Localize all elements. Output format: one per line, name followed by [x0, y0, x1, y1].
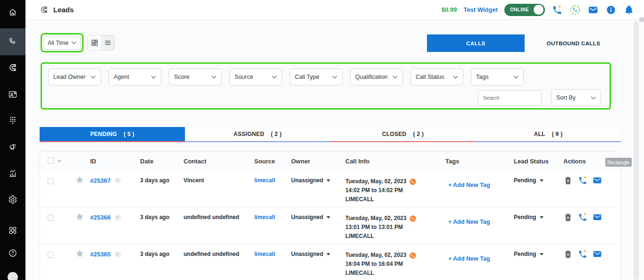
- add-new-tag-link[interactable]: + Add New Tag: [448, 182, 490, 188]
- lead-status-dropdown[interactable]: Pending: [514, 244, 563, 257]
- lead-id-link[interactable]: #25365: [90, 251, 110, 258]
- mail-icon[interactable]: [593, 212, 602, 222]
- delete-icon[interactable]: [563, 212, 573, 222]
- favorite-star-icon[interactable]: [68, 207, 90, 223]
- lead-contact: undefined undefined: [184, 207, 254, 221]
- info-icon[interactable]: [605, 4, 617, 16]
- tab-calls-label: CALLS: [466, 41, 485, 46]
- col-header-tags: Tags: [445, 152, 514, 165]
- row-checkbox[interactable]: [48, 178, 54, 184]
- caret-down-icon: [540, 179, 544, 182]
- filter-dropdown-tags[interactable]: Tags: [471, 68, 524, 85]
- time-filter-dropdown[interactable]: All Time: [43, 36, 81, 50]
- sidebar-item-analytics[interactable]: [0, 164, 25, 185]
- grab-icon[interactable]: [114, 177, 121, 184]
- tab-pending[interactable]: PENDING ( 5 ): [40, 127, 185, 142]
- mail-icon[interactable]: [593, 176, 602, 185]
- filter-dropdown-source[interactable]: Source: [229, 68, 282, 85]
- time-filter-value: All Time: [48, 40, 68, 46]
- owner-dropdown[interactable]: Unassigned: [291, 244, 345, 257]
- bell-icon[interactable]: [623, 4, 635, 16]
- callback-phone-icon[interactable]: [578, 212, 587, 222]
- user-avatar[interactable]: [8, 272, 18, 280]
- lead-source-link[interactable]: limecall: [254, 244, 291, 257]
- search-input[interactable]: [478, 90, 542, 106]
- select-all-checkbox[interactable]: [48, 158, 54, 164]
- chevron-down-icon: [71, 41, 76, 44]
- filter-dropdown-score[interactable]: Score: [169, 68, 222, 85]
- filter-dropdown-call-status[interactable]: Call Status: [410, 68, 463, 85]
- chevron-down-icon[interactable]: [57, 160, 62, 162]
- sidebar-item-dialpad[interactable]: [0, 111, 25, 132]
- sidebar-item-home[interactable]: [0, 3, 25, 24]
- tab-count: ( 2 ): [413, 131, 424, 137]
- scrollbar[interactable]: [634, 21, 639, 280]
- filter-dropdown-call-type[interactable]: Call Type: [290, 68, 343, 85]
- table-row: #25365 3 days ago undefined undefined li…: [40, 244, 620, 280]
- add-new-tag-link[interactable]: + Add New Tag: [448, 255, 490, 262]
- tab-closed[interactable]: CLOSED ( 2 ): [330, 127, 476, 142]
- tab-calls[interactable]: CALLS: [427, 34, 525, 52]
- callback-phone-icon[interactable]: [552, 4, 563, 16]
- filter-label: Source: [234, 74, 253, 80]
- calls-tab-bar: CALLS OUTBOUND CALLS: [427, 34, 622, 52]
- filter-label: Tags: [476, 74, 488, 80]
- col-header-source: Source: [254, 152, 291, 165]
- sidebar-item-leads[interactable]: [0, 58, 25, 79]
- row-checkbox[interactable]: [48, 252, 54, 258]
- mail-icon[interactable]: [593, 249, 602, 259]
- rectangle-tooltip: Rectangle: [605, 158, 632, 167]
- call-time: 13:01 PM to 13:01 PM: [345, 223, 445, 232]
- caret-down-icon: [326, 216, 330, 219]
- test-widget-link[interactable]: Test Widget: [463, 6, 498, 13]
- sidebar-item-settings[interactable]: [0, 190, 25, 211]
- col-header-id: ID: [90, 152, 140, 165]
- lead-status-dropdown[interactable]: Pending: [514, 170, 563, 184]
- tab-assigned[interactable]: ASSIGNED ( 2 ): [185, 127, 330, 142]
- lead-id-link[interactable]: #25366: [90, 214, 110, 221]
- scrollbar-thumb[interactable]: [639, 17, 644, 22]
- favorite-star-icon[interactable]: [68, 244, 90, 260]
- callback-phone-icon[interactable]: [578, 249, 587, 259]
- favorite-star-icon[interactable]: [68, 170, 90, 186]
- filter-dropdown-agent[interactable]: Agent: [109, 68, 161, 85]
- lead-source-link[interactable]: limecall: [254, 170, 291, 184]
- lead-contact: Vincent: [184, 170, 254, 184]
- sidebar-item-campaigns[interactable]: [0, 137, 25, 158]
- sidebar-item-calls[interactable]: [0, 28, 25, 55]
- filter-dropdown-lead-owner[interactable]: Lead Owner: [48, 68, 101, 85]
- lead-date: 3 days ago: [140, 207, 184, 221]
- time-filter-highlight: All Time: [41, 33, 84, 52]
- mail-icon[interactable]: [587, 4, 599, 16]
- chevron-down-icon: [332, 76, 337, 79]
- delete-icon[interactable]: [563, 249, 573, 259]
- grab-icon[interactable]: [114, 251, 121, 258]
- sidebar-item-help[interactable]: [0, 244, 25, 264]
- row-checkbox[interactable]: [48, 215, 54, 221]
- grab-icon[interactable]: [114, 214, 121, 221]
- sort-by-dropdown[interactable]: Sort By: [551, 89, 601, 106]
- tab-all[interactable]: ALL ( 9 ): [476, 127, 621, 142]
- sidebar-item-contacts[interactable]: [0, 85, 25, 106]
- owner-dropdown[interactable]: Unassigned: [291, 207, 345, 221]
- col-header-owner: Owner: [291, 152, 345, 165]
- grid-view-button[interactable]: [88, 35, 101, 50]
- dialer-circle-icon[interactable]: [569, 4, 581, 16]
- lead-status-dropdown[interactable]: Pending: [514, 207, 563, 221]
- owner-dropdown[interactable]: Unassigned: [291, 170, 345, 184]
- lead-source-link[interactable]: limecall: [254, 207, 291, 221]
- filter-dropdown-qualification[interactable]: Qualification: [350, 68, 403, 85]
- status-value: Pending: [514, 214, 536, 221]
- online-toggle[interactable]: ONLINE: [504, 4, 545, 16]
- tab-outbound-calls[interactable]: OUTBOUND CALLS: [525, 34, 622, 52]
- list-view-button[interactable]: [101, 35, 114, 50]
- sidebar-item-apps[interactable]: [0, 221, 25, 242]
- delete-icon[interactable]: [563, 176, 573, 185]
- lead-id-link[interactable]: #25367: [90, 177, 110, 184]
- callback-phone-icon[interactable]: [578, 176, 587, 185]
- topbar: Leads $0.99 Test Widget ONLINE: [25, 0, 644, 20]
- filter-label: Lead Owner: [53, 74, 85, 80]
- filters-panel: Lead Owner Agent Score Source Call Type …: [41, 62, 611, 110]
- status-value: Pending: [514, 251, 536, 257]
- add-new-tag-link[interactable]: + Add New Tag: [448, 219, 490, 225]
